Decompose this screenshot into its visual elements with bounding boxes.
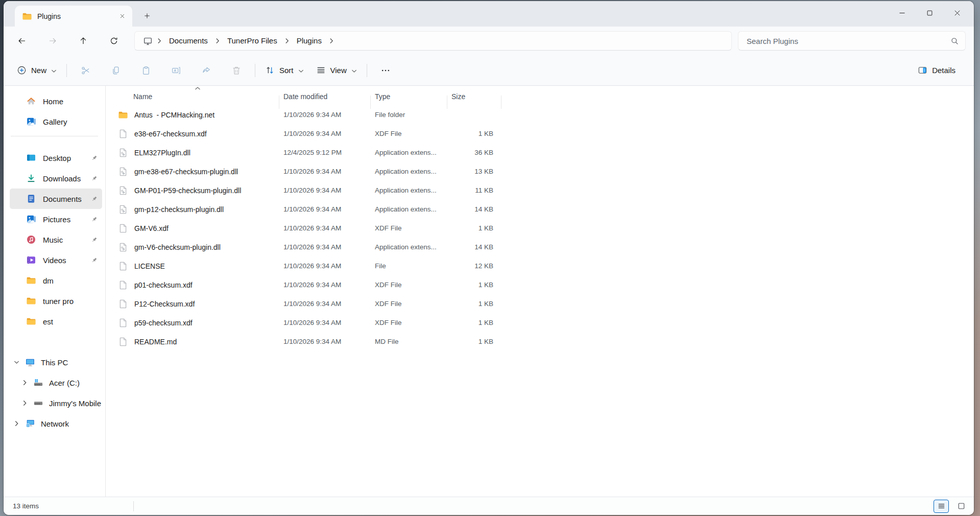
maximize-button[interactable] (916, 1, 943, 25)
new-button[interactable]: New (11, 60, 63, 81)
column-header-size[interactable]: Size (447, 92, 501, 105)
pin-icon (90, 154, 98, 162)
see-more-button[interactable] (373, 60, 398, 81)
file-row-gm-v6-checksum-plugin-dll[interactable]: gm-V6-checksum-plugin.dll 1/10/2026 9:34… (110, 238, 974, 256)
file-name: gm-e38-e67-checksum-plugin.dll (134, 168, 238, 176)
paste-button[interactable] (133, 60, 158, 81)
sidebar-item-documents[interactable]: Documents (10, 189, 102, 209)
chevron-right-icon[interactable] (22, 380, 28, 386)
chevron-right-icon[interactable] (329, 38, 334, 44)
chevron-down-icon (298, 69, 304, 73)
sort-button[interactable]: Sort (259, 60, 310, 81)
navigation-pane: Home Gallery Desktop Downloads Documents… (4, 86, 106, 497)
sidebar-item-gallery[interactable]: Gallery (10, 111, 102, 132)
breadcrumb-segment-tunerpro-files[interactable]: TunerPro Files (221, 32, 284, 50)
cut-button[interactable] (73, 60, 98, 81)
search-icon[interactable] (950, 37, 959, 45)
file-row-readme-md[interactable]: README.md 1/10/2026 9:34 AM MD File 1 KB (110, 332, 974, 351)
file-row-e38-e67-checksum-xdf[interactable]: e38-e67-checksum.xdf 1/10/2026 9:34 AM X… (110, 124, 974, 143)
file-row-p01-checksum-xdf[interactable]: p01-checksum.xdf 1/10/2026 9:34 AM XDF F… (110, 275, 974, 294)
file-size: 1 KB (447, 130, 501, 137)
tab-strip: Plugins (4, 1, 974, 27)
chevron-right-icon[interactable] (157, 38, 162, 44)
column-header-date-modified[interactable]: Date modified (279, 92, 371, 105)
sidebar-item-pictures[interactable]: Pictures (10, 209, 102, 229)
file-type: XDF File (371, 300, 447, 308)
rename-button[interactable] (163, 60, 188, 81)
sort-arrows-icon (265, 65, 275, 75)
file-date-modified: 1/10/2026 9:34 AM (279, 111, 371, 119)
search-box[interactable] (738, 31, 966, 51)
details-view-toggle[interactable] (934, 500, 949, 513)
file-row-gm-v6-xdf[interactable]: GM-V6.xdf 1/10/2026 9:34 AM XDF File 1 K… (110, 219, 974, 238)
up-button[interactable] (73, 31, 93, 51)
delete-button[interactable] (224, 60, 249, 81)
sidebar-tree-item-this-pc[interactable]: This PC (4, 352, 105, 372)
refresh-button[interactable] (104, 31, 124, 51)
file-row-p59-checksum-xdf[interactable]: p59-checksum.xdf 1/10/2026 9:34 AM XDF F… (110, 313, 974, 332)
copy-button[interactable] (103, 60, 128, 81)
maximize-icon (926, 9, 934, 17)
file-type: Application extens... (371, 149, 447, 156)
column-header-type[interactable]: Type (371, 92, 447, 105)
file-row-elm327plugin-dll[interactable]: ELM327PlugIn.dll 12/4/2025 9:12 PM Appli… (110, 143, 974, 162)
file-row-antus-pcmhacking-net[interactable]: Antus - PCMHacking.net 1/10/2026 9:34 AM… (110, 105, 974, 124)
back-button[interactable] (12, 31, 32, 51)
close-icon (119, 13, 125, 19)
sidebar-item-tuner-pro[interactable]: tuner pro (10, 291, 102, 311)
refresh-icon (109, 36, 118, 45)
breadcrumb-segment-documents[interactable]: Documents (162, 32, 214, 50)
close-window-button[interactable] (943, 1, 971, 25)
file-row-gm-e38-e67-checksum-plugin-dll[interactable]: gm-e38-e67-checksum-plugin.dll 1/10/2026… (110, 162, 974, 181)
sidebar-item-est[interactable]: est (10, 311, 102, 332)
file-row-p12-checksum-xdf[interactable]: P12-Checksum.xdf 1/10/2026 9:34 AM XDF F… (110, 294, 974, 313)
sidebar-pinned-section: Desktop Downloads Documents Pictures Mus… (4, 148, 105, 332)
chevron-right-icon[interactable] (284, 38, 290, 44)
forward-button[interactable] (42, 31, 63, 51)
details-pane-toggle[interactable]: Details (912, 60, 962, 81)
chevron-right-icon[interactable] (22, 400, 28, 406)
chevron-right-icon[interactable] (215, 38, 220, 44)
file-size: 11 KB (447, 186, 501, 194)
sidebar-item-music[interactable]: Music (10, 229, 102, 250)
sidebar-tree-item-jimmy-s-mobile[interactable]: Jimmy's Mobile ( (4, 393, 105, 413)
desktop-icon (26, 153, 36, 163)
file-type: Application extens... (371, 205, 447, 213)
file-row-license[interactable]: LICENSE 1/10/2026 9:34 AM File 12 KB (110, 256, 974, 275)
sidebar-item-desktop[interactable]: Desktop (10, 148, 102, 168)
sidebar-item-videos[interactable]: Videos (10, 250, 102, 270)
file-row-gm-p01-p59-checksum-plugin-dll[interactable]: GM-P01-P59-checksum-plugin.dll 1/10/2026… (110, 181, 974, 200)
folder-icon (118, 110, 128, 120)
sidebar-tree-item-acer-c[interactable]: Acer (C:) (4, 372, 105, 393)
sidebar-quick-section: Home Gallery (4, 91, 105, 132)
chevron-down-icon[interactable] (14, 359, 19, 365)
file-date-modified: 1/10/2026 9:34 AM (279, 243, 371, 251)
tab-close-button[interactable] (116, 10, 128, 22)
file-size: 1 KB (447, 224, 501, 232)
new-tab-button[interactable] (139, 8, 155, 24)
sidebar-tree-section: This PC Acer (C:) Jimmy's Mobile ( Netwo… (4, 352, 105, 434)
share-button[interactable] (194, 60, 219, 81)
gallery-icon (26, 116, 36, 127)
minimize-button[interactable] (888, 1, 916, 25)
breadcrumb-root-this-pc[interactable] (139, 32, 156, 50)
file-row-gm-p12-checksum-plugin-dll[interactable]: gm-p12-checksum-plugin.dll 1/10/2026 9:3… (110, 200, 974, 219)
tab-plugins[interactable]: Plugins (15, 6, 132, 27)
breadcrumb-segment-plugins[interactable]: Plugins (290, 32, 328, 50)
sidebar-item-home[interactable]: Home (10, 91, 102, 111)
thumbnail-view-toggle[interactable] (953, 500, 969, 513)
file-date-modified: 1/10/2026 9:34 AM (279, 300, 371, 308)
view-button[interactable]: View (310, 60, 363, 81)
new-label: New (31, 66, 46, 75)
search-input[interactable] (747, 37, 950, 45)
sidebar-item-dm[interactable]: dm (10, 270, 102, 291)
downloads-icon (26, 173, 36, 183)
pictures-icon (26, 214, 36, 224)
sidebar-tree-item-network[interactable]: Network (4, 413, 105, 434)
file-date-modified: 1/10/2026 9:34 AM (279, 224, 371, 232)
sidebar-item-downloads[interactable]: Downloads (10, 168, 102, 189)
file-date-modified: 1/10/2026 9:34 AM (279, 130, 371, 137)
chevron-right-icon[interactable] (14, 420, 19, 427)
column-header-name[interactable]: Name (110, 92, 279, 105)
dll-icon (118, 148, 128, 158)
